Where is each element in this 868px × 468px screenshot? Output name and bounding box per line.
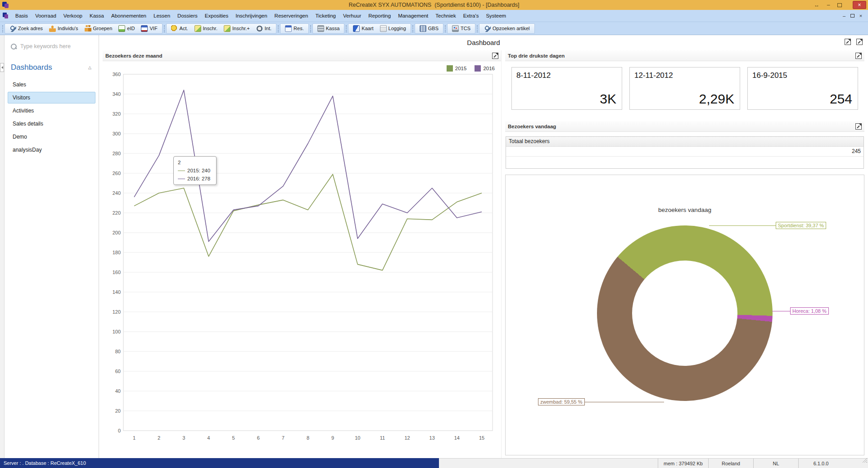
svg-text:200: 200 — [113, 230, 121, 235]
menu-item-dossiers[interactable]: Dossiers — [174, 11, 201, 20]
app-icon — [2, 2, 9, 9]
busy-day-value: 2,29K — [699, 91, 734, 107]
toolbar-button-individu-s[interactable]: Individu's — [46, 24, 81, 33]
export-report-icon[interactable] — [856, 39, 863, 45]
sidebar-item-sales[interactable]: Sales — [8, 79, 95, 90]
toolbar-button-zoek-adres[interactable]: Zoek adres — [6, 24, 46, 33]
toolbar-group-6: TCS — [447, 23, 475, 34]
svg-text:100: 100 — [113, 329, 121, 334]
toolbar-button-inschr[interactable]: Inschr. — [191, 24, 221, 33]
dashboards-group-header[interactable]: Dashboards △ — [5, 53, 99, 77]
dashboards-list: SalesVisitorsActivitiesSales detailsDemo… — [5, 79, 99, 156]
sidebar-item-activities[interactable]: Activities — [8, 105, 95, 117]
toolbar-button-groepen[interactable]: Groepen — [81, 24, 116, 33]
menu-item-systeem[interactable]: Systeem — [482, 11, 510, 20]
toolbar-button-eid[interactable]: eID — [115, 24, 138, 33]
title-bar: ReCreateX SYX AUTOMATIONS (Sportdienst 6… — [0, 0, 868, 10]
menu-item-verkoop[interactable]: Verkoop — [60, 11, 86, 20]
restore-button[interactable] — [837, 3, 842, 7]
toolbar-button-act[interactable]: Act. — [168, 24, 191, 33]
sidebar-item-sales-details[interactable]: Sales details — [8, 118, 95, 130]
toolbar-button-kaart[interactable]: Kaart — [350, 24, 376, 33]
menu-item-techniek[interactable]: Techniek — [432, 11, 459, 20]
sidebar-item-demo[interactable]: Demo — [8, 131, 95, 143]
legend-item-2016[interactable]: 2016 — [475, 65, 495, 72]
menu-items: BasisVoorraadVerkoopKassaAbonnementenLes… — [12, 11, 510, 20]
tooltip-series-dash — [178, 179, 185, 179]
toolbar-button-tcs[interactable]: TCS — [449, 24, 474, 33]
mdi-close-button[interactable]: × — [858, 13, 863, 18]
sidebar-item-visitors[interactable]: Visitors — [8, 92, 95, 104]
toolbar-button-vif[interactable]: VIF — [138, 24, 160, 33]
menu-item-verhuur[interactable]: Verhuur — [339, 11, 365, 20]
toolbar-group-0: Zoek adresIndividu'sGroepeneIDVIF — [5, 23, 163, 34]
busy-day-card-2: 16-9-2015254 — [747, 67, 858, 110]
toolbar-button-label: Zoek adres — [18, 26, 43, 31]
toolbar-group-7: Opzoeken artikel — [479, 23, 535, 34]
svg-text:260: 260 — [113, 171, 121, 176]
menu-item-ticketing[interactable]: Ticketing — [312, 11, 339, 20]
toolbar-button-label: Act. — [180, 26, 188, 31]
resize-arrows-icon[interactable]: ↔ — [812, 2, 821, 8]
toolbar-button-kassa[interactable]: Kassa — [314, 24, 343, 33]
toolbar-group-1: Act.Inschr.Inschr.+Int. — [166, 23, 276, 34]
status-version: 6.1.0.0 — [798, 459, 843, 468]
visitors-today-export-icon[interactable] — [855, 123, 862, 130]
donut-connector-zwembad — [585, 402, 664, 402]
close-button[interactable]: × — [853, 1, 866, 9]
menu-item-abonnementen[interactable]: Abonnementen — [108, 11, 150, 20]
toolbar-button-label: Kaart — [362, 26, 373, 31]
menu-item-voorraad[interactable]: Voorraad — [32, 11, 60, 20]
svg-text:15: 15 — [479, 435, 484, 441]
tooltip-row-2016: 2016: 278 — [178, 176, 212, 181]
total-visitors-header: Totaal bezoekers — [506, 137, 863, 147]
total-visitors-table: Totaal bezoekers 245 — [506, 136, 864, 169]
toolbar-button-opzoeken-artikel[interactable]: Opzoeken artikel — [481, 24, 533, 33]
top-days-export-icon[interactable] — [855, 53, 862, 59]
toolbar-button-int[interactable]: Int. — [253, 24, 275, 33]
top-days-cards: 8-11-20123K12-11-20122,29K16-9-2015254 — [505, 61, 864, 117]
inschrijving-plus-icon — [224, 25, 231, 32]
menu-item-reporting[interactable]: Reporting — [365, 11, 394, 20]
toolbar-button-inschr[interactable]: Inschr.+ — [221, 24, 253, 33]
menu-item-management[interactable]: Management — [394, 11, 432, 20]
visitors-month-title: Bezoekers deze maand — [105, 53, 163, 58]
status-language: NL — [753, 459, 798, 468]
collapse-triangle-icon[interactable]: △ — [88, 65, 91, 70]
minimize-button[interactable]: – — [824, 2, 833, 8]
toolbar-button-label: Kassa — [326, 26, 340, 31]
donut-label-horeca: Horeca: 1,08 % — [790, 307, 829, 315]
toolbar-button-gbs[interactable]: GBS — [416, 24, 442, 33]
svg-text:7: 7 — [282, 435, 285, 441]
busy-day-value: 3K — [600, 91, 616, 107]
resize-grip[interactable] — [862, 457, 867, 463]
inschrijving-icon — [194, 25, 201, 32]
menu-item-lessen[interactable]: Lessen — [150, 11, 174, 20]
svg-text:240: 240 — [113, 190, 121, 196]
mdi-minimize-button[interactable]: – — [841, 13, 847, 18]
export-image-icon[interactable] — [845, 39, 851, 45]
busy-day-date: 12-11-2012 — [634, 71, 673, 80]
legend-item-2015[interactable]: 2015 — [447, 65, 467, 72]
svg-text:300: 300 — [113, 131, 121, 136]
menu-item-extra-s[interactable]: Extra's — [460, 11, 483, 20]
reservation-icon — [285, 25, 292, 32]
mdi-restore-button[interactable] — [850, 14, 854, 18]
toolbar-button-label: Opzoeken artikel — [493, 26, 530, 31]
svg-text:120: 120 — [113, 309, 121, 315]
search-input[interactable] — [20, 43, 88, 50]
menu-item-exposities[interactable]: Exposities — [201, 11, 232, 20]
toolbar-button-logging[interactable]: Logging — [377, 24, 409, 33]
tooltip-series-value: 2016: 278 — [187, 176, 210, 181]
svg-text:2: 2 — [158, 435, 160, 441]
search-article-icon — [484, 25, 491, 32]
collapse-handle[interactable] — [0, 63, 4, 72]
menu-item-basis[interactable]: Basis — [12, 11, 32, 20]
visitors-month-export-icon[interactable] — [492, 53, 498, 59]
sidebar-item-analysisday[interactable]: analysisDay — [8, 144, 95, 156]
menu-item-inschrijvingen[interactable]: Inschrijvingen — [232, 11, 271, 20]
menu-item-reserveringen[interactable]: Reserveringen — [271, 11, 312, 20]
svg-text:280: 280 — [113, 151, 121, 156]
menu-item-kassa[interactable]: Kassa — [86, 11, 108, 20]
toolbar-button-res[interactable]: Res. — [282, 24, 307, 33]
